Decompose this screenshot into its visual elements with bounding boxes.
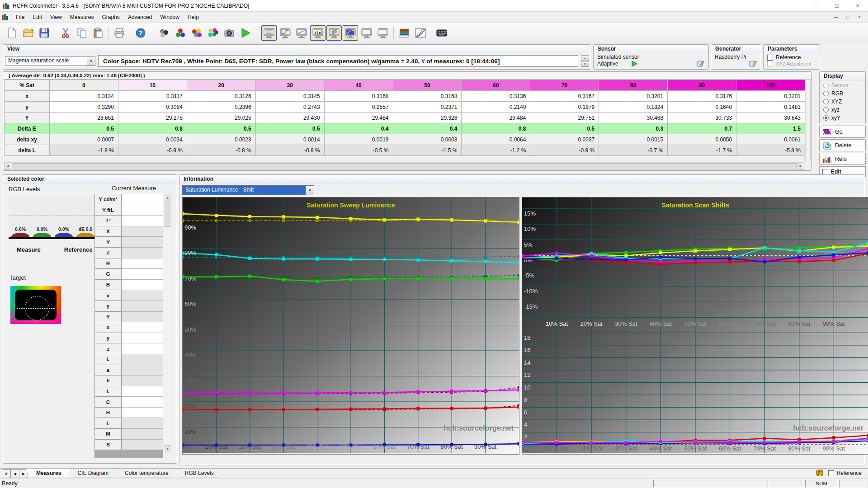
table-cell[interactable]: 0.2896: [187, 102, 256, 113]
new-file-button[interactable]: [4, 25, 19, 41]
table-cell[interactable]: 0.1481: [736, 102, 805, 113]
table-cell[interactable]: 0.3136: [462, 91, 530, 102]
table-horizontal-scrollbar[interactable]: ◄ ►: [4, 162, 804, 169]
table-cell[interactable]: 29.275: [118, 113, 187, 123]
reference-checkbox-row[interactable]: Reference: [767, 54, 816, 61]
table-cell[interactable]: 0.3167: [530, 91, 599, 102]
menu-file[interactable]: File: [12, 13, 28, 22]
table-cell[interactable]: 0.0023: [187, 134, 256, 145]
table-cell[interactable]: -5.8 %: [736, 145, 805, 156]
table-cell[interactable]: 0.3201: [599, 91, 668, 102]
scrollbar-thumb[interactable]: [12, 163, 797, 169]
measure-row-value[interactable]: [122, 429, 163, 440]
table-cell[interactable]: 0.0034: [118, 134, 187, 145]
table-cell[interactable]: 29.025: [187, 113, 256, 123]
column-header-60[interactable]: 60: [462, 80, 530, 91]
menu-measures[interactable]: Measures: [66, 13, 98, 22]
go-button[interactable]: Go: [819, 126, 866, 138]
maximize-button[interactable]: □: [826, 0, 847, 11]
table-cell[interactable]: 0.1979: [530, 102, 599, 113]
radio-icon[interactable]: [823, 115, 829, 121]
generator-edit-icon[interactable]: [749, 60, 757, 67]
table-cell[interactable]: 0.0061: [736, 134, 805, 145]
status-reference-row[interactable]: Reference: [828, 470, 862, 476]
table-cell[interactable]: -1.5 %: [393, 145, 462, 156]
information-view-dropdown[interactable]: Saturation Luminance - Shift ▼: [182, 185, 314, 195]
reference-checkbox[interactable]: [767, 55, 773, 61]
measure-row-value[interactable]: [122, 333, 163, 344]
table-cell[interactable]: 30.643: [736, 113, 805, 123]
table-cell[interactable]: 29.326: [393, 113, 462, 123]
table-cell[interactable]: 0.0019: [325, 134, 393, 145]
view-colortemp-chart-button[interactable]: [343, 25, 358, 41]
table-cell[interactable]: -0.9 %: [118, 145, 187, 156]
table-cell[interactable]: 29.751: [530, 113, 599, 123]
measure-row-value[interactable]: [122, 343, 163, 354]
run-measures-button[interactable]: [238, 25, 253, 41]
refs-button[interactable]: Refs: [819, 153, 866, 165]
close-button[interactable]: ×: [847, 0, 868, 11]
column-header-50[interactable]: 50: [393, 80, 462, 91]
column-header-100[interactable]: 100: [736, 80, 805, 91]
measure-row-value[interactable]: [122, 365, 163, 376]
table-cell[interactable]: 0.3134: [50, 91, 118, 102]
column-header-0[interactable]: 0: [50, 80, 118, 91]
view-rgb-levels-chart-button[interactable]: [310, 25, 326, 41]
table-cell[interactable]: 0.0007: [50, 134, 118, 145]
view-cie-chart-button[interactable]: [326, 25, 342, 41]
measure-row-value[interactable]: [122, 354, 163, 365]
table-cell[interactable]: 0.0003: [393, 134, 462, 145]
column-header-30[interactable]: 30: [256, 80, 325, 91]
table-cell[interactable]: -1.7 %: [668, 145, 736, 156]
table-cell[interactable]: 0.3: [599, 123, 668, 134]
table-cell[interactable]: 0.2371: [393, 102, 462, 113]
print-button[interactable]: [112, 25, 127, 41]
chevron-down-icon[interactable]: ▼: [306, 186, 314, 195]
scroll-left-icon[interactable]: ◄: [4, 163, 11, 170]
curves-view-button[interactable]: [413, 25, 428, 41]
edit-checkbox[interactable]: [822, 169, 828, 175]
paste-button[interactable]: [90, 25, 106, 41]
tab-measures[interactable]: Measures: [26, 469, 71, 478]
table-cell[interactable]: 0.3290: [50, 102, 118, 113]
table-cell[interactable]: 0.7: [668, 123, 736, 134]
radio-icon[interactable]: [823, 91, 829, 96]
tab-nav-close-icon[interactable]: ×: [2, 469, 11, 478]
view-extra-chart-1-button[interactable]: [359, 25, 374, 41]
mdi-minimize-button[interactable]: —: [831, 13, 841, 21]
measure-row-value[interactable]: [122, 216, 163, 226]
table-cell[interactable]: 1.5: [736, 123, 805, 134]
table-cell[interactable]: -0.5 %: [325, 145, 393, 156]
mdi-close-button[interactable]: ×: [854, 13, 864, 21]
measure-row-value[interactable]: [122, 408, 163, 418]
menu-view[interactable]: View: [46, 13, 66, 22]
table-cell[interactable]: 29.484: [462, 113, 530, 123]
menu-window[interactable]: Window: [156, 13, 184, 22]
table-cell[interactable]: 28.651: [50, 113, 118, 123]
table-cell[interactable]: -1.2 %: [462, 145, 530, 156]
chevron-down-icon[interactable]: ▼: [87, 56, 95, 66]
table-cell[interactable]: 0.3084: [118, 102, 187, 113]
table-cell[interactable]: -0.9 %: [530, 145, 599, 156]
info-spinner[interactable]: ▲▼: [581, 55, 589, 67]
radio-icon[interactable]: [823, 99, 829, 104]
tab-nav-right-icon[interactable]: ►: [19, 469, 28, 478]
measure-row-value[interactable]: [122, 397, 163, 408]
measure-gamut-button[interactable]: [205, 25, 221, 41]
current-measure-scrollbar[interactable]: ▲ ▼: [164, 194, 171, 452]
measure-row-value[interactable]: [122, 237, 163, 248]
measure-row-value[interactable]: [122, 301, 163, 312]
view-preset-dropdown[interactable]: Magenta saturation scale ▼: [5, 56, 95, 66]
measure-row-value[interactable]: [122, 280, 163, 291]
menu-help[interactable]: Help: [184, 13, 203, 22]
column-header-70[interactable]: 70: [530, 80, 599, 91]
table-cell[interactable]: 0.2743: [256, 102, 325, 113]
scrollbar-thumb[interactable]: [165, 202, 170, 227]
display-option-rgb[interactable]: RGB: [820, 89, 865, 98]
table-cell[interactable]: 0.0050: [668, 134, 736, 145]
menu-graphs[interactable]: Graphs: [98, 13, 124, 22]
column-header-90[interactable]: 90: [668, 80, 736, 91]
view-gamma-chart-button[interactable]: [278, 25, 293, 41]
scroll-up-icon[interactable]: ▲: [164, 194, 171, 201]
measure-row-value[interactable]: [122, 290, 163, 301]
